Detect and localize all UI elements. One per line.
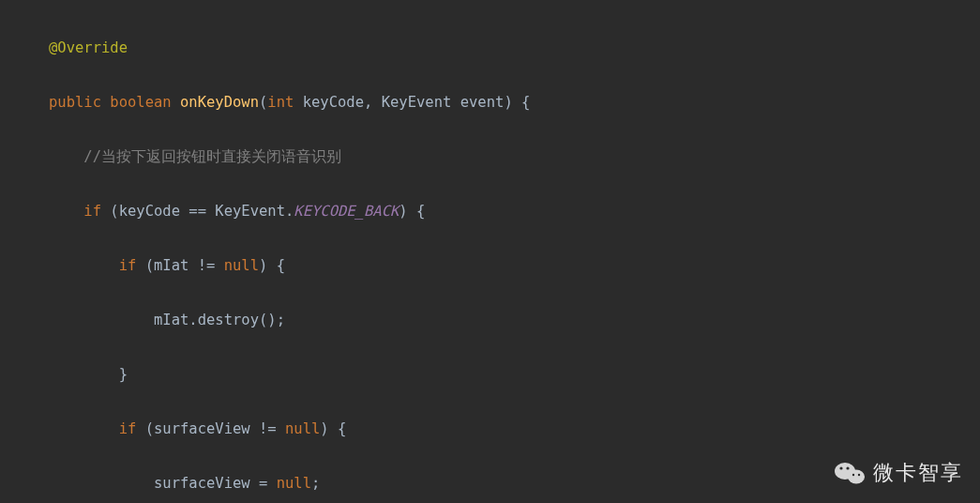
- svg-point-5: [858, 473, 860, 475]
- watermark: 微卡智享: [834, 459, 963, 486]
- code-line: mIat.destroy();: [8, 307, 637, 334]
- kw-if: if: [83, 203, 101, 220]
- svg-point-2: [839, 466, 842, 469]
- kw-null: null: [277, 475, 311, 492]
- method-name: onKeyDown: [180, 94, 259, 111]
- type: KeyEvent: [215, 203, 285, 220]
- code-line: @Override: [8, 35, 637, 62]
- code-line: if (surfaceView != null) {: [8, 416, 637, 443]
- var: mIat: [154, 312, 188, 328]
- svg-point-4: [852, 473, 854, 475]
- watermark-text: 微卡智享: [873, 459, 963, 486]
- wechat-icon: [834, 460, 866, 486]
- kw-if: if: [119, 420, 137, 437]
- type: KeyEvent: [382, 94, 452, 111]
- kw-public: public: [49, 94, 101, 111]
- var: mIat: [154, 257, 188, 274]
- param: keyCode: [303, 94, 364, 111]
- method-call: destroy: [198, 312, 259, 328]
- kw-boolean: boolean: [110, 94, 171, 111]
- kw-if: if: [119, 257, 137, 274]
- kw-null: null: [224, 257, 259, 274]
- svg-point-1: [848, 469, 865, 483]
- constant: KEYCODE_BACK: [294, 203, 399, 220]
- var: keyCode: [119, 203, 180, 220]
- code-line: //当按下返回按钮时直接关闭语音识别: [8, 144, 637, 171]
- var: surfaceView: [154, 420, 250, 437]
- param: event: [460, 94, 505, 111]
- code-line: if (keyCode == KeyEvent.KEYCODE_BACK) {: [8, 198, 637, 225]
- kw-null: null: [285, 420, 320, 437]
- code-editor[interactable]: @Override public boolean onKeyDown(int k…: [0, 0, 637, 503]
- comment: //当按下返回按钮时直接关闭语音识别: [83, 148, 341, 165]
- code-line: public boolean onKeyDown(int keyCode, Ke…: [8, 89, 637, 116]
- code-line: surfaceView = null;: [8, 470, 637, 497]
- kw-int: int: [267, 94, 294, 111]
- svg-point-3: [846, 466, 849, 469]
- code-line: }: [8, 361, 637, 389]
- var: surfaceView: [154, 475, 250, 492]
- code-line: if (mIat != null) {: [8, 252, 637, 280]
- brace: }: [119, 366, 128, 383]
- annotation: @Override: [49, 39, 128, 56]
